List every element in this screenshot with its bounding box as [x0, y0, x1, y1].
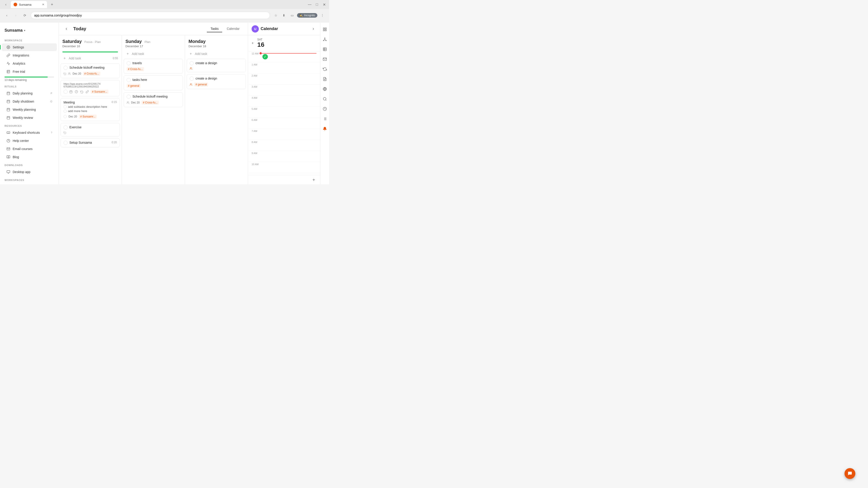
svg-rect-1: [7, 70, 10, 73]
notes-icon[interactable]: [322, 76, 328, 82]
grid-icon[interactable]: [322, 26, 328, 33]
svg-rect-30: [70, 91, 72, 93]
svg-rect-39: [325, 28, 326, 29]
task-exercise-title: Exercise: [69, 125, 117, 129]
task-card-setup-sunsama[interactable]: Setup Sunsama 0:20: [61, 138, 120, 147]
sidebar-item-keyboard-shortcuts[interactable]: Keyboard shortcuts ?: [2, 129, 57, 136]
task-design1-meta: [190, 67, 243, 70]
monday-add-task[interactable]: + Add task: [185, 50, 248, 58]
task-card-create-design-1[interactable]: create a design: [187, 59, 246, 72]
window-controls: — □ ✕: [307, 2, 327, 7]
svg-rect-6: [7, 100, 10, 103]
task-url-check[interactable]: [64, 90, 68, 94]
sunday-header: Sunday Plan December 17: [122, 35, 185, 50]
monday-add-label: Add task: [195, 52, 207, 56]
subtask1-check[interactable]: [64, 105, 67, 108]
design1-check[interactable]: [190, 61, 194, 65]
back-button[interactable]: ‹: [4, 12, 10, 19]
sidebar-item-help-center[interactable]: Help center: [2, 137, 57, 144]
calendar-event-check: ✓: [262, 54, 268, 59]
sidebar-item-desktop-app[interactable]: Desktop app: [2, 168, 57, 176]
exercise-check[interactable]: [64, 125, 68, 129]
weekly-review-label: Weekly review: [13, 116, 52, 120]
sidebar-item-analytics[interactable]: Analytics: [2, 60, 57, 67]
back-button-chrome[interactable]: ‹: [3, 1, 9, 8]
network-icon[interactable]: [322, 36, 328, 42]
task-card-create-design-2[interactable]: create a design # general: [187, 74, 246, 89]
sunday-add-task[interactable]: + Add task: [122, 50, 185, 58]
task-sunkickoff-header: Schedule kickoff meeting: [127, 95, 180, 99]
sidebar-item-weekly-review[interactable]: Weekly review: [2, 114, 57, 122]
taskshere-check[interactable]: [127, 78, 131, 82]
saturday-add-task[interactable]: + Add task 0:55: [59, 54, 122, 62]
sidebar-item-daily-planning[interactable]: Daily planning P: [2, 90, 57, 97]
free-trial-fill: [4, 76, 48, 77]
free-trial-icon: [6, 70, 10, 74]
close-button[interactable]: ✕: [322, 2, 327, 7]
bookmark-icon[interactable]: ☆: [273, 12, 279, 19]
extensions-icon[interactable]: ▭: [289, 12, 295, 19]
sidebar-item-weekly-planning[interactable]: Weekly planning: [2, 106, 57, 113]
task-sunkickoff-meta: Dec 20 # Cross-fu...: [127, 101, 180, 105]
task-card-exercise[interactable]: Exercise: [61, 123, 120, 136]
sidebar-item-settings[interactable]: Settings: [2, 43, 57, 51]
sunday-add-icon: +: [125, 52, 130, 56]
calendar-add-row: +: [248, 175, 320, 184]
help-center-label: Help center: [13, 139, 52, 142]
maximize-button[interactable]: □: [315, 2, 319, 7]
tab-close-button[interactable]: ✕: [42, 3, 44, 6]
task-card-kickoff[interactable]: Schedule kickoff meeting Dec 20 # Cross-…: [61, 63, 120, 78]
tab-calendar[interactable]: Calendar: [223, 26, 243, 32]
design2-check[interactable]: [190, 76, 194, 80]
setup-check[interactable]: [64, 141, 68, 145]
sidebar-item-daily-shutdown[interactable]: Daily shutdown O: [2, 98, 57, 105]
browser-tab[interactable]: Sunsama ✕: [11, 1, 47, 8]
meeting-main-check[interactable]: [64, 115, 67, 118]
design2-tag: # general: [194, 83, 208, 87]
search-icon[interactable]: [322, 96, 328, 102]
sync-icon[interactable]: [322, 66, 328, 72]
task-meeting-subtask1: add subtasks description here: [64, 105, 117, 108]
sunday-actions: Plan: [145, 40, 150, 43]
travels-check[interactable]: [127, 61, 131, 65]
task-card-url[interactable]: https://app.asana.com/0/1206174676385119…: [61, 80, 120, 96]
sidebar-item-free-trial[interactable]: Free trial: [2, 68, 57, 75]
sunkickoff-check[interactable]: [127, 95, 131, 99]
new-tab-button[interactable]: +: [49, 1, 55, 8]
reload-button[interactable]: ⟳: [22, 12, 28, 19]
user-avatar[interactable]: U: [252, 25, 259, 33]
task-card-sun-kickoff[interactable]: Schedule kickoff meeting Dec 20 # Cross-…: [124, 92, 183, 107]
daily-shutdown-label: Daily shutdown: [13, 100, 48, 103]
calendar-zoom-in[interactable]: +: [252, 41, 254, 45]
meeting-tag: # Sunsamr...: [79, 115, 97, 119]
sidebar-item-email-courses[interactable]: Email courses: [2, 145, 57, 153]
task-kickoff-check[interactable]: [64, 66, 68, 70]
calendar-add-button[interactable]: +: [311, 177, 316, 183]
clock-icon[interactable]: [322, 106, 328, 112]
location-icon[interactable]: [322, 86, 328, 92]
task-card-meeting[interactable]: Meeting 0:15 add subtasks description he…: [61, 98, 120, 121]
header-back-button[interactable]: [63, 26, 70, 32]
svg-rect-18: [7, 132, 10, 133]
subtask2-check[interactable]: [64, 109, 67, 113]
calendar-close-button[interactable]: [310, 26, 316, 32]
minimize-button[interactable]: —: [307, 2, 312, 7]
sidebar-item-blog[interactable]: Blog: [2, 153, 57, 161]
bell-icon[interactable]: [322, 126, 328, 132]
mail-icon[interactable]: [322, 56, 328, 62]
workspaces-section-label: WORKSPACES: [0, 176, 59, 183]
table-icon[interactable]: [322, 46, 328, 53]
task-url-text: https://app.asana.com/0/1206174676385119…: [64, 83, 117, 88]
tab-tasks[interactable]: Tasks: [207, 26, 222, 32]
recur-icon: [64, 72, 66, 75]
svg-point-29: [69, 73, 70, 74]
list-icon[interactable]: [322, 116, 328, 122]
download-icon[interactable]: ⬇: [281, 12, 287, 19]
forward-button[interactable]: ›: [13, 12, 19, 19]
sidebar-logo[interactable]: Sunsama ▾: [0, 26, 59, 36]
menu-icon[interactable]: ⋮: [319, 12, 326, 19]
task-card-tasks-here[interactable]: tasks here # general: [124, 75, 183, 90]
address-bar[interactable]: app.sunsama.com/group/moodjoy: [31, 12, 270, 19]
sidebar-item-integrations[interactable]: Integrations: [2, 52, 57, 59]
task-card-travels[interactable]: travels # Cross-fu...: [124, 59, 183, 74]
